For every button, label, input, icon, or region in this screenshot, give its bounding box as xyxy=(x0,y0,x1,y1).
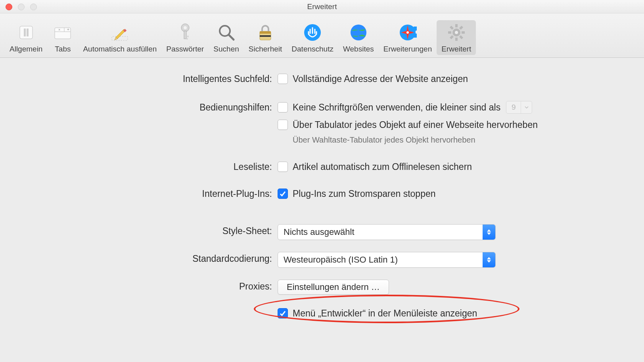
svg-point-28 xyxy=(455,31,458,34)
accessibility-label: Bedienungshilfen: xyxy=(0,101,278,114)
privacy-hand-icon xyxy=(302,22,323,43)
close-window-button[interactable] xyxy=(6,4,12,10)
tab-extensions[interactable]: Erweiterungen xyxy=(379,20,437,55)
offline-reading-checkbox[interactable] xyxy=(278,162,288,172)
select-arrows-icon xyxy=(483,252,495,267)
svg-rect-20 xyxy=(260,31,271,34)
svg-point-23 xyxy=(351,25,366,40)
zoom-window-button[interactable] xyxy=(30,4,37,10)
svg-text:×: × xyxy=(58,28,60,32)
min-font-size-value: 9 xyxy=(506,101,521,114)
gear-icon xyxy=(446,22,467,43)
tabs-icon: ×+ xyxy=(52,22,73,43)
tab-passwords[interactable]: Passwörter xyxy=(161,20,209,55)
tab-label: Sicherheit xyxy=(249,45,282,53)
tab-label: Datenschutz xyxy=(291,45,334,53)
preferences-toolbar: Allgemein ×+ Tabs Automatisch ausfüllen … xyxy=(0,13,644,58)
show-develop-menu-checkbox[interactable] xyxy=(278,308,288,318)
reading-list-label: Leseliste: xyxy=(0,160,278,173)
tab-search[interactable]: Suchen xyxy=(209,20,243,55)
encoding-value: Westeuropäisch (ISO Latin 1) xyxy=(278,253,483,267)
svg-rect-21 xyxy=(260,35,271,37)
svg-rect-8 xyxy=(112,36,128,40)
tab-highlight-checkbox[interactable] xyxy=(278,120,288,130)
titlebar: Erweitert xyxy=(0,0,644,13)
tab-autofill[interactable]: Automatisch ausfüllen xyxy=(78,20,161,55)
tab-label: Erweiterungen xyxy=(383,45,432,53)
encoding-label: Standardcodierung: xyxy=(0,252,278,265)
show-full-address-checkbox[interactable] xyxy=(278,74,288,84)
tab-label: Erweitert xyxy=(441,45,471,53)
svg-rect-2 xyxy=(27,29,29,36)
padlock-icon xyxy=(255,22,276,43)
svg-point-26 xyxy=(406,31,409,34)
encoding-select[interactable]: Westeuropäisch (ISO Latin 1) xyxy=(278,252,496,268)
tab-label: Allgemein xyxy=(10,45,42,53)
tab-label: Automatisch ausfüllen xyxy=(83,45,157,53)
pencil-icon xyxy=(109,22,130,43)
key-icon xyxy=(174,22,196,43)
stylesheet-select[interactable]: Nichts ausgewählt xyxy=(278,224,496,240)
tab-websites[interactable]: Websites xyxy=(338,20,379,55)
svg-line-36 xyxy=(450,36,453,38)
svg-rect-15 xyxy=(186,36,189,37)
stylesheet-label: Style-Sheet: xyxy=(0,224,278,238)
svg-text:+: + xyxy=(67,27,69,32)
show-develop-menu-text: Menü „Entwickler“ in der Menüleiste anze… xyxy=(293,307,477,320)
advanced-pane: Intelligentes Suchfeld: Vollständige Adr… xyxy=(0,58,644,362)
tab-privacy[interactable]: Datenschutz xyxy=(287,20,338,55)
tab-highlight-hint: Über Wahltaste-Tabulator jedes Objekt he… xyxy=(293,133,475,147)
puzzle-icon xyxy=(397,22,418,43)
globe-icon xyxy=(348,22,369,43)
stylesheet-value: Nichts ausgewählt xyxy=(278,225,483,239)
svg-point-13 xyxy=(184,26,187,29)
min-font-size-checkbox[interactable] xyxy=(278,102,288,112)
select-arrows-icon xyxy=(483,225,495,240)
window-title: Erweitert xyxy=(307,2,337,11)
show-full-address-text: Vollständige Adresse der Website anzeige… xyxy=(293,72,468,86)
tab-tabs[interactable]: ×+ Tabs xyxy=(47,20,78,55)
svg-line-18 xyxy=(229,35,234,40)
svg-rect-0 xyxy=(20,26,33,39)
tab-general[interactable]: Allgemein xyxy=(5,20,47,55)
tab-label: Passwörter xyxy=(166,45,204,53)
plugins-powersave-checkbox[interactable] xyxy=(278,189,288,199)
tab-highlight-text: Über Tabulator jedes Objekt auf einer We… xyxy=(293,118,538,131)
window-controls xyxy=(6,0,37,13)
proxies-change-settings-button[interactable]: Einstellungen ändern … xyxy=(278,280,389,295)
tab-label: Websites xyxy=(343,45,374,53)
tab-security[interactable]: Sicherheit xyxy=(244,20,287,55)
proxies-button-text: Einstellungen ändern … xyxy=(287,280,380,294)
proxies-label: Proxies: xyxy=(0,280,278,293)
min-font-size-stepper[interactable]: 9 xyxy=(506,101,532,114)
tab-label: Tabs xyxy=(55,45,71,53)
svg-rect-16 xyxy=(186,38,188,40)
magnifier-icon xyxy=(216,22,237,43)
smart-search-label: Intelligentes Suchfeld: xyxy=(0,72,278,86)
minimize-window-button[interactable] xyxy=(18,4,25,10)
svg-line-35 xyxy=(460,27,462,29)
tab-advanced[interactable]: Erweitert xyxy=(437,20,476,55)
switch-icon xyxy=(15,22,37,43)
plugins-label: Internet-Plug-Ins: xyxy=(0,187,278,200)
plugins-powersave-text: Plug-Ins zum Stromsparen stoppen xyxy=(293,187,436,200)
svg-line-34 xyxy=(460,36,462,38)
svg-rect-1 xyxy=(24,29,26,36)
svg-rect-14 xyxy=(184,31,186,39)
svg-line-33 xyxy=(450,27,453,29)
min-font-size-text: Keine Schriftgrößen verwenden, die klein… xyxy=(293,101,500,114)
tab-label: Suchen xyxy=(213,45,239,53)
offline-reading-text: Artikel automatisch zum Offlinelesen sic… xyxy=(293,160,472,173)
chevron-down-icon xyxy=(521,101,532,113)
